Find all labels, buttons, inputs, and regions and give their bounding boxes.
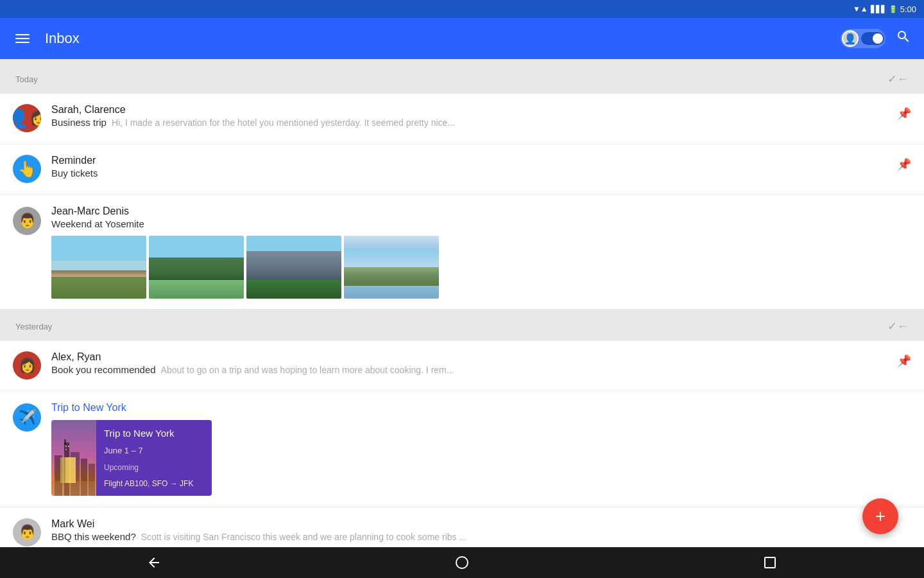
trip-info: Trip to New York June 1 – 7 Upcoming Fli… bbox=[96, 420, 212, 496]
trip-flight: Flight AB100, SFO → JFK bbox=[104, 479, 204, 488]
email-subject-sarah: Business trip bbox=[51, 117, 107, 128]
trip-status: Upcoming bbox=[104, 463, 204, 472]
yosemite-image-2 bbox=[149, 236, 244, 299]
app-title: Inbox bbox=[45, 30, 828, 47]
email-sender-alex: Alex, Ryan bbox=[51, 351, 887, 363]
email-body-sarah: Sarah, Clarence Business trip Hi, I made… bbox=[51, 104, 887, 128]
email-preview-sarah: Hi, I made a reservation for the hotel y… bbox=[112, 118, 455, 128]
inbox-content: Today ✓← 👩 Sarah, Clarence Business trip… bbox=[0, 59, 924, 547]
pin-icon-alex: 📌 bbox=[897, 354, 911, 368]
email-sender-jean: Jean-Marc Denis bbox=[51, 206, 911, 217]
toggle-switch[interactable] bbox=[861, 32, 884, 45]
mark-all-today-button[interactable]: ✓← bbox=[887, 72, 909, 86]
pin-icon-sarah: 📌 bbox=[897, 107, 911, 121]
email-body-reminder: Reminder Buy tickets bbox=[51, 155, 887, 179]
yesterday-card-group: 👩 Alex, Ryan Book you recommended About … bbox=[0, 341, 924, 547]
email-subject-alex: Book you recommended bbox=[51, 364, 156, 375]
avatar-jean: 👨 bbox=[13, 207, 41, 235]
signal-icon: ▋▋▋ bbox=[871, 5, 886, 13]
mark-all-yesterday-button[interactable]: ✓← bbox=[887, 319, 909, 333]
email-subject-row-jean: Weekend at Yosemite bbox=[51, 218, 911, 229]
email-item-trip[interactable]: ✈️ Trip to New York bbox=[0, 391, 924, 507]
avatar-alex: 👩 bbox=[13, 351, 41, 380]
svg-point-11 bbox=[456, 557, 468, 568]
yosemite-image-4 bbox=[344, 236, 439, 299]
svg-rect-9 bbox=[68, 446, 69, 447]
trip-dates: June 1 – 7 bbox=[104, 446, 204, 455]
yesterday-section-header: Yesterday ✓← bbox=[0, 314, 924, 338]
status-time: 5:00 bbox=[900, 4, 916, 14]
email-subject-row-sarah: Business trip Hi, I made a reservation f… bbox=[51, 117, 887, 128]
recents-button[interactable] bbox=[751, 550, 789, 575]
trip-title: Trip to New York bbox=[104, 428, 204, 439]
yesterday-label: Yesterday bbox=[15, 322, 52, 331]
email-item-sarah[interactable]: 👩 Sarah, Clarence Business trip Hi, I ma… bbox=[0, 94, 924, 143]
email-preview-alex: About to go on a trip and was hoping to … bbox=[161, 365, 454, 375]
email-subject-row-alex: Book you recommended About to go on a tr… bbox=[51, 364, 887, 375]
yosemite-images bbox=[51, 236, 911, 299]
email-subject-mark: BBQ this weekend? bbox=[51, 531, 136, 542]
svg-rect-10 bbox=[65, 449, 67, 450]
email-subject-row-mark: BBQ this weekend? Scott is visiting San … bbox=[51, 531, 911, 542]
home-button[interactable] bbox=[443, 550, 481, 575]
today-label: Today bbox=[15, 74, 38, 84]
today-card-group: 👩 Sarah, Clarence Business trip Hi, I ma… bbox=[0, 94, 924, 309]
status-icons: ▼▲ ▋▋▋ 🔋 5:00 bbox=[853, 4, 916, 14]
email-item-alex[interactable]: 👩 Alex, Ryan Book you recommended About … bbox=[0, 341, 924, 390]
email-preview-mark: Scott is visiting San Francisco this wee… bbox=[141, 532, 466, 542]
email-sender-mark: Mark Wei bbox=[51, 518, 911, 530]
search-button[interactable] bbox=[896, 29, 911, 48]
pin-icon-reminder: 📌 bbox=[897, 157, 911, 171]
avatar-sarah: 👩 bbox=[13, 104, 41, 132]
battery-icon: 🔋 bbox=[889, 5, 898, 13]
trip-city-image bbox=[51, 420, 96, 496]
avatar-mark: 👨 bbox=[13, 518, 41, 547]
back-button[interactable] bbox=[135, 550, 173, 575]
trip-card-container: Trip to New York June 1 – 7 Upcoming Fli… bbox=[51, 420, 911, 496]
email-body-jean: Jean-Marc Denis Weekend at Yosemite bbox=[51, 206, 911, 299]
email-sender-reminder: Reminder bbox=[51, 155, 887, 166]
svg-rect-12 bbox=[765, 557, 775, 568]
app-bar: Inbox 👤 bbox=[0, 18, 924, 59]
svg-rect-7 bbox=[51, 481, 96, 496]
email-body-alex: Alex, Ryan Book you recommended About to… bbox=[51, 351, 887, 375]
email-body-mark: Mark Wei BBQ this weekend? Scott is visi… bbox=[51, 518, 911, 542]
toggle-avatar: 👤 bbox=[842, 30, 859, 47]
email-body-trip: Trip to New York bbox=[51, 402, 911, 496]
menu-button[interactable] bbox=[13, 31, 32, 46]
wifi-icon: ▼▲ bbox=[853, 4, 868, 13]
email-subject-reminder: Buy tickets bbox=[51, 168, 98, 179]
avatar-reminder: 👆 bbox=[13, 155, 41, 183]
email-sender-sarah: Sarah, Clarence bbox=[51, 104, 887, 116]
email-item-reminder[interactable]: 👆 Reminder Buy tickets 📌 bbox=[0, 144, 924, 194]
avatar-trip: ✈️ bbox=[13, 403, 41, 432]
status-bar: ▼▲ ▋▋▋ 🔋 5:00 bbox=[0, 0, 924, 18]
toggle-container[interactable]: 👤 bbox=[841, 29, 886, 48]
yosemite-image-3 bbox=[246, 236, 341, 299]
app-bar-actions: 👤 bbox=[841, 29, 911, 48]
email-subject-row-reminder: Buy tickets bbox=[51, 168, 887, 179]
svg-rect-3 bbox=[64, 439, 66, 444]
trip-card: Trip to New York June 1 – 7 Upcoming Fli… bbox=[51, 420, 212, 496]
yosemite-image-1 bbox=[51, 236, 146, 299]
email-subject-jean: Weekend at Yosemite bbox=[51, 218, 144, 229]
bottom-nav bbox=[0, 547, 924, 578]
compose-button[interactable]: + bbox=[862, 498, 898, 534]
today-section-header: Today ✓← bbox=[0, 67, 924, 91]
email-item-jean[interactable]: 👨 Jean-Marc Denis Weekend at Yosemite bbox=[0, 195, 924, 309]
svg-rect-8 bbox=[65, 446, 67, 447]
email-sender-trip: Trip to New York bbox=[51, 402, 911, 414]
email-item-mark[interactable]: 👨 Mark Wei BBQ this weekend? Scott is vi… bbox=[0, 507, 924, 547]
